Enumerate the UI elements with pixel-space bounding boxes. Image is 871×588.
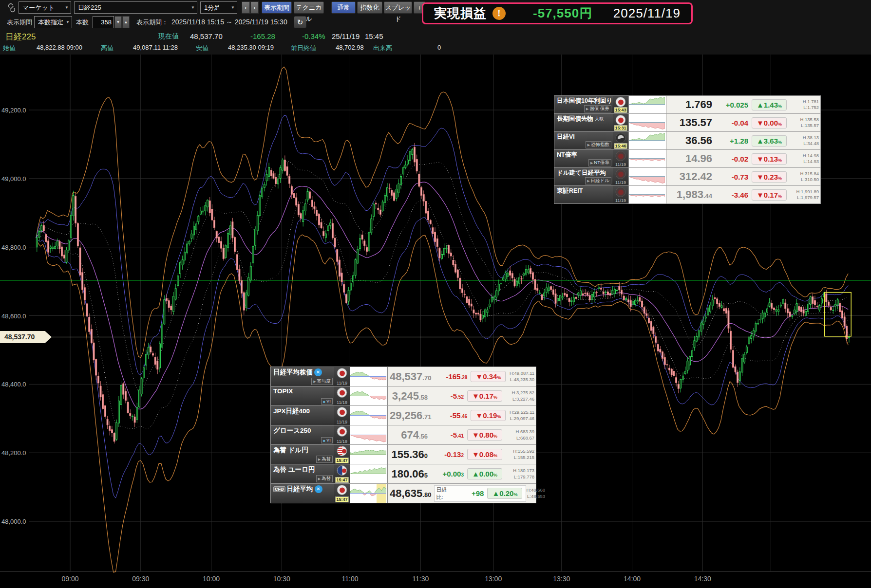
change-group: -0.02 ▼0.13% xyxy=(712,153,789,165)
mini-sparkline[interactable] xyxy=(350,445,388,464)
instrument-name: 日経VI xyxy=(557,133,575,141)
sub-category-label[interactable]: 為替 xyxy=(316,456,333,463)
market-flag-icon xyxy=(616,97,626,107)
spread-mode-button[interactable]: スプレッド xyxy=(384,1,412,14)
interval-select[interactable]: 1分足 xyxy=(200,1,237,14)
svg-text:10:00: 10:00 xyxy=(203,575,220,583)
market-quotes-panel[interactable]: 日経平均株価 ✕ 寄与度 11/19 48,537.70 -165.28 ▼0.… xyxy=(270,367,536,503)
mini-sparkline[interactable] xyxy=(350,425,388,444)
instrument-name-cell[interactable]: 為替 ドル円 ✕ 為替 xyxy=(271,445,334,464)
market-row[interactable]: CFD 日経平均 ✕ 15:47 48,635.80 日経比: +98 ▲0.2… xyxy=(271,484,536,503)
normal-mode-button[interactable]: 通常 xyxy=(331,1,356,14)
market-row[interactable]: ドル建て日経平均 ✕ 日経ドル 11/19 312.42 -0.73 ▼0.23… xyxy=(554,168,820,186)
market-row[interactable]: JPX日経400 ✕ 11/19 29,256.71 -55.46 ▼0.19%… xyxy=(271,406,536,425)
mini-sparkline[interactable] xyxy=(350,386,388,405)
sub-category-label[interactable]: NT倍率 xyxy=(588,159,611,166)
change-percent-badge: ▲0.00% xyxy=(467,468,502,479)
instrument-name-cell[interactable]: NT倍率 ✕ NT倍率 xyxy=(554,150,613,167)
change-value: -165.28 xyxy=(431,372,467,381)
alert-icon[interactable]: ！ xyxy=(492,7,506,20)
change-group: -5.52 ▼0.17% xyxy=(428,390,504,402)
icon-column: 11/19 xyxy=(334,406,350,425)
link-icon[interactable] xyxy=(7,3,17,13)
change-group: -55.46 ▼0.19% xyxy=(431,410,508,421)
market-row[interactable]: グロース250 ✕ Y! 11/19 674.56 -5.41 ▼0.80% H… xyxy=(271,425,536,445)
display-period-button[interactable]: 表示期間 xyxy=(262,1,292,14)
market-row[interactable]: 日経平均株価 ✕ 寄与度 11/19 48,537.70 -165.28 ▼0.… xyxy=(271,367,536,386)
high-low-values: H:48,668L:48,553 xyxy=(526,487,545,499)
svg-text:49,200.0: 49,200.0 xyxy=(1,107,26,114)
instrument-name-cell[interactable]: グロース250 ✕ Y! xyxy=(271,425,334,444)
sub-category-label[interactable]: 日経ドル xyxy=(585,177,611,184)
market-row[interactable]: 為替 ドル円 ✕ 為替 15:47 155.360 -0.132 ▼0.08% … xyxy=(271,445,536,464)
sub-category-label[interactable]: 為替 xyxy=(316,475,333,482)
market-row[interactable]: NT倍率 ✕ NT倍率 11/19 14.96 -0.02 ▼0.13% H:1… xyxy=(554,150,820,168)
instrument-name-cell[interactable]: CFD 日経平均 ✕ xyxy=(271,484,334,503)
sub-category-label[interactable]: Y! xyxy=(321,398,333,404)
reload-button[interactable]: ↻ xyxy=(294,16,306,28)
mini-sparkline[interactable] xyxy=(628,132,666,149)
market-flag-icon xyxy=(616,151,626,161)
icon-column: 11/19 xyxy=(613,150,628,167)
instrument-name-cell[interactable]: JPX日経400 ✕ xyxy=(271,406,334,425)
last-value: 1,983.44 xyxy=(668,188,712,201)
market-row[interactable]: 長期国債先物 大取 ✕ 15:31 135.57 -0.04 ▼0.00% H:… xyxy=(554,114,820,132)
symbol-select[interactable]: 日経225 xyxy=(74,1,197,14)
market-row[interactable]: 為替 ユーロ円 ✕ 為替 15:47 180.065 +0.003 ▲0.00%… xyxy=(271,464,536,484)
instrument-name: ドル建て日経平均 xyxy=(557,169,606,177)
market-row[interactable]: 東証REIT ✕ 11/19 1,983.44 -3.46 ▼0.17% H:1… xyxy=(554,186,820,203)
index-quotes-panel[interactable]: 日本国債10年利回り ✕ 国債 債券 15:43 1.769 +0.025 ▲1… xyxy=(554,95,821,204)
high-low-values: H:3,275.82L:3,227.46 xyxy=(504,390,534,402)
svg-text:48,000.0: 48,000.0 xyxy=(1,518,26,525)
price-change: -165.28 xyxy=(250,32,275,40)
count-spin-down[interactable]: ▼ xyxy=(114,16,122,28)
direction-arrow-icon: ▼ xyxy=(472,392,479,400)
mini-sparkline[interactable] xyxy=(628,96,666,113)
mini-sparkline[interactable] xyxy=(350,406,388,425)
market-flag-icon xyxy=(616,169,626,179)
sub-category-label[interactable]: 寄与度 xyxy=(311,378,333,385)
instrument-name-cell[interactable]: 東証REIT ✕ xyxy=(554,186,613,203)
next-button[interactable]: › xyxy=(250,1,259,14)
indexed-mode-button[interactable]: 指数化 xyxy=(357,1,382,14)
market-row[interactable]: 日本国債10年利回り ✕ 国債 債券 15:43 1.769 +0.025 ▲1… xyxy=(554,96,820,114)
sub-category-label[interactable]: 恐怖指数 xyxy=(586,141,611,148)
mini-sparkline[interactable] xyxy=(350,367,388,386)
market-select[interactable]: マーケット xyxy=(19,1,71,14)
bar-count-label: 本数 xyxy=(76,16,89,28)
period-mode-select[interactable]: 本数指定 xyxy=(34,16,72,28)
instrument-name-cell[interactable]: ドル建て日経平均 ✕ 日経ドル xyxy=(554,168,613,185)
mini-sparkline[interactable] xyxy=(628,168,666,185)
instrument-name-cell[interactable]: 日経VI ✕ 恐怖指数 xyxy=(554,132,613,149)
instrument-name-cell[interactable]: 長期国債先物 大取 ✕ xyxy=(554,114,613,131)
market-row[interactable]: 日経VI ✕ 恐怖指数 15:46 36.56 +1.28 ▲3.63% H:3… xyxy=(554,132,820,150)
change-group: -165.28 ▼0.34% xyxy=(431,371,508,382)
instrument-name-cell[interactable]: 為替 ユーロ円 ✕ 為替 xyxy=(271,464,334,483)
instrument-name-cell[interactable]: 日本国債10年利回り ✕ 国債 債券 xyxy=(554,96,613,113)
icon-column: 15:46 xyxy=(613,132,628,149)
prev-button[interactable]: ‹ xyxy=(242,1,250,14)
market-flag-icon xyxy=(337,485,347,495)
x-share-icon[interactable]: ✕ xyxy=(314,368,322,376)
mini-sparkline[interactable] xyxy=(350,484,388,503)
current-price: 48,537.70 xyxy=(190,32,223,40)
count-spin-up[interactable]: ▲ xyxy=(122,16,130,28)
nikkei-compare-label: 日経比: xyxy=(436,486,450,501)
change-percent-badge: ▼0.19% xyxy=(471,410,506,421)
last-value: 180.065 xyxy=(390,468,428,480)
mini-sparkline[interactable] xyxy=(350,464,388,483)
change-percent-badge: ▼0.08% xyxy=(467,449,502,460)
low-label: 安値 xyxy=(196,44,208,53)
instrument-name-cell[interactable]: TOPIX ✕ Y! xyxy=(271,386,334,405)
technical-button[interactable]: テクニカル xyxy=(294,1,324,14)
sub-category-label[interactable]: Y! xyxy=(321,437,333,443)
sub-category-label[interactable]: 国債 債券 xyxy=(584,105,611,112)
instrument-name-cell[interactable]: 日経平均株価 ✕ 寄与度 xyxy=(271,367,334,386)
mini-sparkline[interactable] xyxy=(628,150,666,167)
market-row[interactable]: TOPIX ✕ Y! 11/19 3,245.58 -5.52 ▼0.17% H… xyxy=(271,386,536,406)
mini-sparkline[interactable] xyxy=(628,186,666,203)
bar-count-input[interactable]: 358 xyxy=(93,16,114,28)
x-share-icon[interactable]: ✕ xyxy=(315,485,322,493)
mini-sparkline[interactable] xyxy=(628,114,666,131)
quote-timestamp: 15:47 xyxy=(335,477,348,483)
